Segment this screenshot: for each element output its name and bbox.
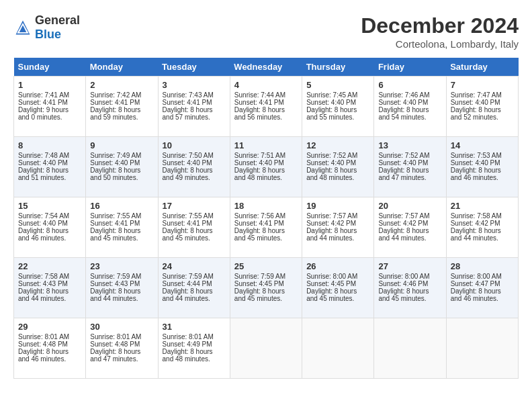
day-number: 19 [306, 201, 369, 211]
calendar-cell: 29Sunrise: 8:01 AMSunset: 4:48 PMDayligh… [14, 318, 86, 379]
sunset-text: Sunset: 4:44 PM [163, 280, 226, 287]
sunrise-text: Sunrise: 7:42 AM [90, 91, 153, 99]
day-header-wednesday: Wednesday [230, 58, 302, 77]
day-number: 28 [451, 261, 514, 271]
logo-general-text: General [35, 13, 80, 27]
day-header-tuesday: Tuesday [158, 58, 230, 77]
sunrise-text: Sunrise: 7:59 AM [90, 273, 153, 280]
sunrise-text: Sunrise: 7:45 AM [306, 91, 369, 99]
calendar-cell: 16Sunrise: 7:55 AMSunset: 4:41 PMDayligh… [86, 197, 158, 258]
sunrise-text: Sunrise: 8:00 AM [306, 273, 369, 280]
calendar-cell: 31Sunrise: 8:01 AMSunset: 4:49 PMDayligh… [158, 318, 230, 379]
sunset-text: Sunset: 4:41 PM [234, 99, 298, 106]
sunset-text: Sunset: 4:47 PM [451, 280, 514, 287]
day-number: 12 [306, 140, 369, 150]
sunset-text: Sunset: 4:40 PM [18, 220, 81, 227]
calendar-cell: 5Sunrise: 7:45 AMSunset: 4:40 PMDaylight… [302, 77, 374, 137]
sunset-text: Sunset: 4:45 PM [234, 280, 298, 287]
logo-blue-text: Blue [35, 28, 61, 41]
sunrise-text: Sunrise: 7:50 AM [163, 152, 226, 159]
sunrise-text: Sunrise: 7:52 AM [306, 152, 369, 159]
day-number: 20 [378, 201, 441, 211]
daylight-text: Daylight: 8 hours and 45 minutes. [163, 227, 226, 242]
sunrise-text: Sunrise: 7:46 AM [378, 91, 441, 99]
daylight-text: Daylight: 8 hours and 45 minutes. [234, 287, 298, 302]
day-number: 27 [378, 261, 441, 271]
calendar-cell: 28Sunrise: 8:00 AMSunset: 4:47 PMDayligh… [446, 258, 518, 318]
sunset-text: Sunset: 4:46 PM [378, 280, 441, 287]
day-header-saturday: Saturday [446, 58, 518, 77]
calendar-cell: 4Sunrise: 7:44 AMSunset: 4:41 PMDaylight… [230, 77, 302, 137]
day-number: 11 [234, 140, 298, 150]
calendar-cell [446, 318, 518, 379]
month-title: December 2024 [361, 13, 519, 38]
day-number: 15 [18, 201, 81, 211]
calendar-cell [302, 318, 374, 379]
sunset-text: Sunset: 4:40 PM [306, 159, 369, 167]
daylight-text: Daylight: 8 hours and 44 minutes. [163, 287, 226, 302]
day-number: 26 [306, 261, 369, 271]
calendar-cell: 12Sunrise: 7:52 AMSunset: 4:40 PMDayligh… [302, 137, 374, 197]
day-number: 3 [163, 80, 226, 90]
day-number: 25 [234, 261, 298, 271]
sunrise-text: Sunrise: 7:55 AM [90, 212, 153, 220]
day-number: 29 [18, 322, 81, 332]
sunrise-text: Sunrise: 7:58 AM [451, 212, 514, 220]
daylight-text: Daylight: 8 hours and 44 minutes. [378, 227, 441, 242]
day-number: 24 [163, 261, 226, 271]
sunrise-text: Sunrise: 7:48 AM [18, 152, 81, 159]
title-area: December 2024 Corteolona, Lombardy, Ital… [361, 13, 519, 50]
logo: General Blue [13, 13, 80, 42]
logo-icon [13, 18, 32, 37]
daylight-text: Daylight: 8 hours and 54 minutes. [378, 106, 441, 121]
calendar-week-row: 8Sunrise: 7:48 AMSunset: 4:40 PMDaylight… [14, 137, 519, 197]
header: General Blue December 2024 Corteolona, L… [13, 13, 519, 50]
sunset-text: Sunset: 4:48 PM [18, 340, 81, 348]
sunset-text: Sunset: 4:40 PM [18, 159, 81, 167]
daylight-text: Daylight: 8 hours and 56 minutes. [234, 106, 298, 121]
daylight-text: Daylight: 8 hours and 55 minutes. [306, 106, 369, 121]
sunrise-text: Sunrise: 7:41 AM [18, 91, 81, 99]
day-number: 9 [90, 140, 153, 150]
sunset-text: Sunset: 4:45 PM [306, 280, 369, 287]
calendar-cell: 8Sunrise: 7:48 AMSunset: 4:40 PMDaylight… [14, 137, 86, 197]
calendar-cell: 26Sunrise: 8:00 AMSunset: 4:45 PMDayligh… [302, 258, 374, 318]
daylight-text: Daylight: 8 hours and 45 minutes. [378, 287, 441, 302]
sunrise-text: Sunrise: 7:56 AM [234, 212, 298, 220]
calendar-cell: 7Sunrise: 7:47 AMSunset: 4:40 PMDaylight… [446, 77, 518, 137]
day-number: 5 [306, 80, 369, 90]
calendar-week-row: 29Sunrise: 8:01 AMSunset: 4:48 PMDayligh… [14, 318, 519, 379]
daylight-text: Daylight: 8 hours and 45 minutes. [234, 227, 298, 242]
day-number: 31 [163, 322, 226, 332]
calendar-cell: 3Sunrise: 7:43 AMSunset: 4:41 PMDaylight… [158, 77, 230, 137]
day-number: 2 [90, 80, 153, 90]
sunset-text: Sunset: 4:41 PM [163, 220, 226, 227]
calendar-cell: 22Sunrise: 7:58 AMSunset: 4:43 PMDayligh… [14, 258, 86, 318]
sunrise-text: Sunrise: 8:00 AM [378, 273, 441, 280]
sunset-text: Sunset: 4:40 PM [163, 159, 226, 167]
calendar-week-row: 1Sunrise: 7:41 AMSunset: 4:41 PMDaylight… [14, 77, 519, 137]
daylight-text: Daylight: 8 hours and 47 minutes. [378, 167, 441, 181]
day-number: 14 [451, 140, 514, 150]
daylight-text: Daylight: 8 hours and 46 minutes. [451, 167, 514, 181]
sunrise-text: Sunrise: 7:59 AM [234, 273, 298, 280]
daylight-text: Daylight: 8 hours and 46 minutes. [18, 348, 81, 363]
sunrise-text: Sunrise: 8:01 AM [90, 333, 153, 340]
sunrise-text: Sunrise: 7:49 AM [90, 152, 153, 159]
sunset-text: Sunset: 4:40 PM [378, 99, 441, 106]
day-number: 30 [90, 322, 153, 332]
sunset-text: Sunset: 4:43 PM [90, 280, 153, 287]
sunset-text: Sunset: 4:41 PM [18, 99, 81, 106]
calendar-cell: 9Sunrise: 7:49 AMSunset: 4:40 PMDaylight… [86, 137, 158, 197]
sunset-text: Sunset: 4:42 PM [306, 220, 369, 227]
daylight-text: Daylight: 8 hours and 51 minutes. [18, 167, 81, 181]
sunset-text: Sunset: 4:49 PM [163, 340, 226, 348]
sunrise-text: Sunrise: 7:57 AM [306, 212, 369, 220]
sunrise-text: Sunrise: 7:44 AM [234, 91, 298, 99]
sunset-text: Sunset: 4:40 PM [234, 159, 298, 167]
calendar-cell: 2Sunrise: 7:42 AMSunset: 4:41 PMDaylight… [86, 77, 158, 137]
calendar-cell: 17Sunrise: 7:55 AMSunset: 4:41 PMDayligh… [158, 197, 230, 258]
calendar-cell: 23Sunrise: 7:59 AMSunset: 4:43 PMDayligh… [86, 258, 158, 318]
day-number: 13 [378, 140, 441, 150]
daylight-text: Daylight: 8 hours and 44 minutes. [18, 287, 81, 302]
